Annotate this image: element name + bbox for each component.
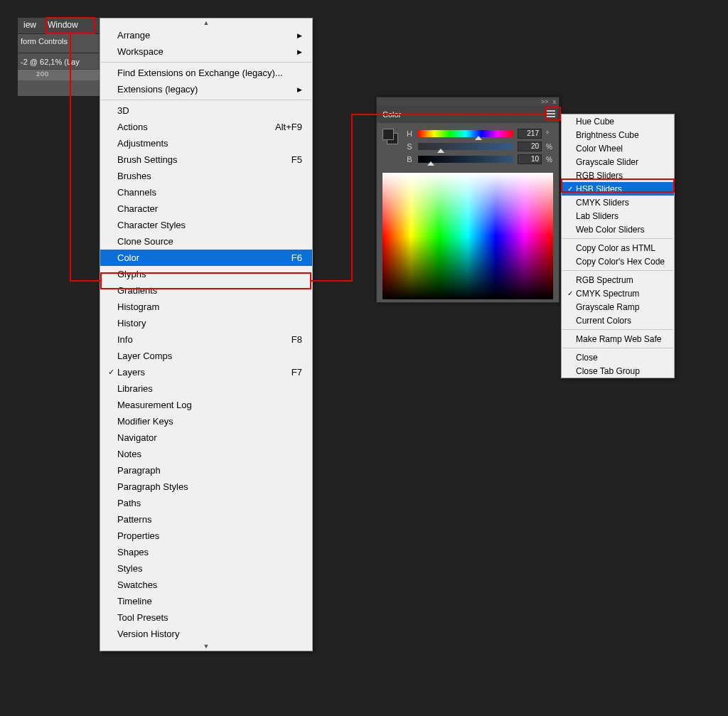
window-menu-item-glyphs[interactable]: Glyphs <box>100 266 312 282</box>
window-menu-item-swatches[interactable]: Swatches <box>100 577 312 593</box>
foreground-swatch[interactable] <box>382 129 394 140</box>
ruler: 200 <box>18 69 100 80</box>
window-menu-item-3d[interactable]: 3D <box>100 102 312 119</box>
hue-unit: ° <box>546 130 553 138</box>
flyout-item-brightness-cube[interactable]: Brightness Cube <box>562 128 674 141</box>
window-menu-item-brush-settings[interactable]: Brush SettingsF5 <box>100 151 312 168</box>
window-menu-item-properties[interactable]: Properties <box>100 528 312 544</box>
window-menu-item-histogram[interactable]: Histogram <box>100 299 312 315</box>
window-menu-item-version-history[interactable]: Version History <box>100 626 312 642</box>
flyout-item-rgb-sliders[interactable]: RGB Sliders <box>562 169 674 182</box>
window-menu-item-layers[interactable]: ✓LayersF7 <box>100 364 312 380</box>
window-menu-item-modifier-keys[interactable]: Modifier Keys <box>100 413 312 429</box>
window-menu-item-character-styles[interactable]: Character Styles <box>100 217 312 233</box>
flyout-item-grayscale-ramp[interactable]: Grayscale Ramp <box>562 300 674 314</box>
document-tab-label: -2 @ 62,1% (Lay <box>21 58 80 66</box>
close-icon[interactable]: x <box>553 98 557 105</box>
window-menu-item-measurement-log[interactable]: Measurement Log <box>100 397 312 413</box>
menu-window[interactable]: Window <box>42 18 84 33</box>
flyout-item-web-color-sliders[interactable]: Web Color Sliders <box>562 223 674 236</box>
flyout-item-hue-cube[interactable]: Hue Cube <box>562 114 674 128</box>
menu-separator <box>562 329 673 330</box>
window-menu-item-history[interactable]: History <box>100 315 312 331</box>
window-menu-item-actions[interactable]: ActionsAlt+F9 <box>100 119 312 135</box>
window-menu-item-styles[interactable]: Styles <box>100 560 312 577</box>
photoshop-fragment: iew Window form Controls -2 @ 62,1% (Lay… <box>18 18 100 96</box>
checkmark-icon: ✓ <box>564 289 576 297</box>
window-menu-item-brushes[interactable]: Brushes <box>100 168 312 184</box>
flyout-item-copy-color-s-hex-code[interactable]: Copy Color's Hex Code <box>562 255 674 268</box>
window-menu-item-timeline[interactable]: Timeline <box>100 593 312 609</box>
panel-menu-icon[interactable] <box>545 109 556 119</box>
window-menu-item-character[interactable]: Character <box>100 201 312 217</box>
flyout-item-lab-sliders[interactable]: Lab Sliders <box>562 209 674 223</box>
window-menu-item-adjustments[interactable]: Adjustments <box>100 135 312 151</box>
color-tab[interactable]: Color <box>382 110 401 119</box>
bri-handle[interactable] <box>427 161 434 166</box>
flyout-item-close[interactable]: Close <box>562 351 674 364</box>
menu-item-label: Layer Comps <box>117 351 302 361</box>
submenu-arrow-icon: ▶ <box>297 32 302 39</box>
flyout-item-cmyk-sliders[interactable]: CMYK Sliders <box>562 196 674 209</box>
window-menu-item-tool-presets[interactable]: Tool Presets <box>100 609 312 626</box>
menu-item-label: Arrange <box>117 30 297 41</box>
hue-handle[interactable] <box>475 136 482 140</box>
window-menu-item-arrange[interactable]: Arrange▶ <box>100 27 312 43</box>
flyout-item-grayscale-slider[interactable]: Grayscale Slider <box>562 155 674 169</box>
sat-value[interactable]: 20 <box>518 141 542 151</box>
sat-handle[interactable] <box>437 149 444 153</box>
menu-item-label: 3D <box>117 105 302 116</box>
window-menu-item-extensions-legacy[interactable]: Extensions (legacy)▶ <box>100 81 312 97</box>
menu-view[interactable]: iew <box>18 18 42 33</box>
window-menu-item-find-extensions-on-exchange-legacy[interactable]: Find Extensions on Exchange (legacy)... <box>100 65 312 81</box>
flyout-item-label: Copy Color's Hex Code <box>576 257 667 267</box>
color-spectrum[interactable] <box>382 173 553 299</box>
window-menu-item-shapes[interactable]: Shapes <box>100 544 312 560</box>
window-menu-item-patterns[interactable]: Patterns <box>100 511 312 528</box>
window-menu-item-channels[interactable]: Channels <box>100 184 312 201</box>
flyout-item-current-colors[interactable]: Current Colors <box>562 314 674 327</box>
menu-item-label: History <box>117 318 302 328</box>
menu-item-label: Histogram <box>117 301 302 312</box>
menu-scroll-up-icon[interactable]: ▲ <box>100 18 312 27</box>
flyout-item-close-tab-group[interactable]: Close Tab Group <box>562 364 674 378</box>
window-menu-item-navigator[interactable]: Navigator <box>100 429 312 446</box>
menu-item-label: Clone Source <box>117 236 302 247</box>
hue-slider[interactable] <box>418 130 513 137</box>
flyout-item-label: Grayscale Slider <box>576 157 667 167</box>
sat-label: S <box>405 142 414 151</box>
menu-item-label: Libraries <box>117 383 302 394</box>
menu-item-label: Patterns <box>117 514 302 525</box>
flyout-item-make-ramp-web-safe[interactable]: Make Ramp Web Safe <box>562 332 674 346</box>
bri-slider[interactable] <box>418 156 513 163</box>
sat-slider[interactable] <box>418 143 513 150</box>
window-menu-item-info[interactable]: InfoF8 <box>100 331 312 348</box>
window-menu-item-clone-source[interactable]: Clone Source <box>100 233 312 250</box>
collapse-icon[interactable]: >> <box>541 98 549 105</box>
window-menu-item-notes[interactable]: Notes <box>100 446 312 462</box>
flyout-item-hsb-sliders[interactable]: ✓HSB Sliders <box>562 182 674 196</box>
flyout-item-copy-color-as-html[interactable]: Copy Color as HTML <box>562 241 674 255</box>
window-menu-item-layer-comps[interactable]: Layer Comps <box>100 348 312 364</box>
window-menu-item-paragraph-styles[interactable]: Paragraph Styles <box>100 479 312 495</box>
menu-separator <box>101 100 311 100</box>
hue-value[interactable]: 217 <box>518 129 542 139</box>
window-menu-item-libraries[interactable]: Libraries <box>100 380 312 397</box>
color-swatches[interactable] <box>382 129 400 146</box>
flyout-item-label: Close <box>576 353 667 363</box>
flyout-item-label: RGB Sliders <box>576 171 667 181</box>
window-menu-item-paragraph[interactable]: Paragraph <box>100 462 312 479</box>
hsb-sliders: H 217 ° S 20 % B 10 % <box>377 123 559 169</box>
document-tab[interactable]: -2 @ 62,1% (Lay <box>18 53 100 69</box>
flyout-item-label: Lab Sliders <box>576 211 667 221</box>
bri-value[interactable]: 10 <box>518 154 542 164</box>
menu-scroll-down-icon[interactable]: ▼ <box>100 642 312 651</box>
window-menu-item-color[interactable]: ColorF6 <box>100 250 312 266</box>
window-menu-item-paths[interactable]: Paths <box>100 495 312 511</box>
flyout-item-color-wheel[interactable]: Color Wheel <box>562 141 674 155</box>
flyout-item-cmyk-spectrum[interactable]: ✓CMYK Spectrum <box>562 287 674 300</box>
flyout-item-rgb-spectrum[interactable]: RGB Spectrum <box>562 273 674 287</box>
hue-label: H <box>405 129 414 138</box>
window-menu-item-gradients[interactable]: Gradients <box>100 282 312 299</box>
window-menu-item-workspace[interactable]: Workspace▶ <box>100 43 312 60</box>
